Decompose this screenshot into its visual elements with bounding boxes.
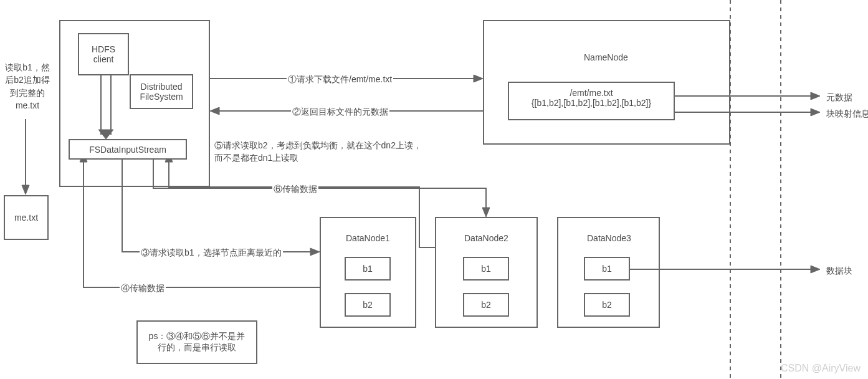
svg-marker-10 [310, 248, 320, 256]
hdfs-client-text: HDFSclient [92, 44, 115, 64]
ps-note-text: ps：③④和⑤⑥并不是并行的，而是串行读取 [149, 331, 246, 353]
svg-marker-9 [22, 185, 29, 194]
svg-marker-17 [811, 108, 820, 116]
svg-marker-8 [210, 107, 219, 115]
datanode1-b1-box: b1 [345, 257, 391, 281]
datanode2-b2-box: b2 [463, 293, 509, 317]
hdfs-client-box: HDFSclient [78, 33, 129, 75]
datanode3-b2-text: b2 [602, 300, 612, 310]
blockmap-label: 块映射信息 [825, 107, 868, 120]
datanode3-b1-text: b1 [602, 264, 612, 274]
fsdatainputstream-box: FSDataInputStream [69, 139, 187, 160]
datanode2-b1-text: b1 [481, 264, 491, 274]
datanode2-b2-text: b2 [481, 300, 491, 310]
datanode3-b2-box: b2 [584, 293, 630, 317]
datablock-label: 数据块 [825, 264, 854, 277]
step2-label: ②返回目标文件的元数据 [291, 105, 389, 118]
svg-marker-19 [811, 266, 820, 273]
svg-marker-12 [482, 208, 490, 217]
step5-label: ⑤请求读取b2，考虑到负载均衡，就在这个dn2上读，而不是都在dn1上读取 [213, 139, 423, 165]
distributed-filesystem-box: DistributedFileSystem [130, 74, 193, 109]
watermark: CSDN @AiryView [781, 363, 861, 374]
step3-label: ③请求读取b1，选择节点距离最近的 [140, 246, 283, 259]
datanode2-b1-box: b1 [463, 257, 509, 281]
step1-label: ①请求下载文件/emt/me.txt [287, 73, 393, 85]
svg-marker-15 [811, 92, 820, 100]
read-process-label: 读取b1，然后b2追加得到完整的me.txt [2, 61, 53, 112]
datanode1-b2-text: b2 [363, 300, 373, 310]
fsdatainputstream-text: FSDataInputStream [89, 145, 166, 155]
me-txt-text: me.txt [14, 213, 38, 223]
distributed-filesystem-text: DistributedFileSystem [140, 82, 183, 102]
datanode1-b2-box: b2 [345, 293, 391, 317]
namenode-file-path: /emt/me.txt [512, 88, 671, 98]
ps-note-box: ps：③④和⑤⑥并不是并行的，而是串行读取 [136, 320, 257, 364]
namenode-metadata-box: /emt/me.txt {[b1,b2],[b1,b2],[b1,b2],[b1… [508, 82, 675, 120]
namenode-block-mapping: {[b1,b2],[b1,b2],[b1,b2],[b1,b2]} [512, 98, 671, 108]
me-txt-box: me.txt [4, 195, 49, 240]
datanode3-b1-box: b1 [584, 257, 630, 281]
datanode1-b1-text: b1 [363, 264, 373, 274]
diagram-canvas: HDFSclient DistributedFileSystem FSDataI… [0, 0, 868, 379]
step6-label: ⑥传输数据 [272, 183, 318, 195]
metadata-label: 元数据 [825, 91, 854, 103]
svg-marker-6 [474, 75, 483, 82]
step4-label: ④传输数据 [120, 282, 166, 294]
